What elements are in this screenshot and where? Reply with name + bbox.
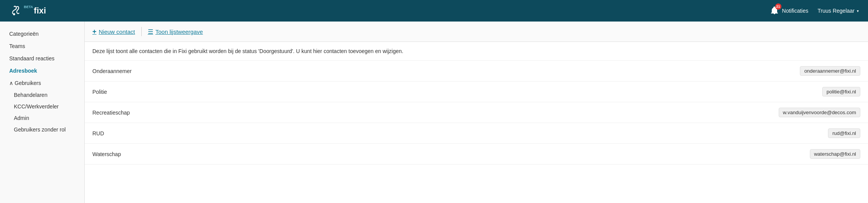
notification-icon-wrap: 21 bbox=[770, 6, 779, 16]
header-right: 21 Notificaties Truus Regelaar ▾ bbox=[770, 6, 859, 16]
new-contact-button[interactable]: + Nieuw contact bbox=[92, 28, 135, 36]
contact-name: Politie bbox=[92, 89, 107, 95]
main-layout: Categorieën Teams Standaard reacties Adr… bbox=[0, 22, 868, 203]
svg-point-0 bbox=[13, 13, 15, 15]
list-view-label: Toon lijstweergave bbox=[156, 28, 203, 35]
sidebar-item-behandelaren[interactable]: Behandelaren bbox=[0, 89, 84, 101]
contact-email-badge: onderaannemer@fixi.nl bbox=[800, 66, 860, 76]
description-text: Deze lijst toont alle contacten die in F… bbox=[85, 42, 868, 61]
contact-name: Waterschap bbox=[92, 151, 121, 157]
notifications-button[interactable]: 21 Notificaties bbox=[770, 6, 808, 16]
sidebar: Categorieën Teams Standaard reacties Adr… bbox=[0, 22, 85, 203]
sidebar-group-gebruikers-label: Gebruikers bbox=[15, 80, 41, 86]
toolbar: + Nieuw contact ☰ Toon lijstweergave bbox=[85, 22, 868, 42]
logo-text: fixi bbox=[34, 6, 46, 16]
contact-name: Onderaannemer bbox=[92, 68, 132, 74]
chevron-down-icon: ∧ bbox=[9, 80, 13, 86]
app-header: BETA fixi 21 Notificaties Truus Regelaar… bbox=[0, 0, 868, 22]
table-row[interactable]: Recreatieschap w.vanduijvenvoorde@decos.… bbox=[85, 102, 868, 123]
contact-name: RUD bbox=[92, 130, 104, 136]
beta-badge: BETA bbox=[24, 5, 33, 9]
plus-icon: + bbox=[92, 28, 97, 36]
chevron-down-icon: ▾ bbox=[857, 9, 859, 13]
contact-name: Recreatieschap bbox=[92, 110, 130, 116]
sidebar-item-adresboek[interactable]: Adresboek bbox=[0, 65, 84, 77]
user-menu[interactable]: Truus Regelaar ▾ bbox=[818, 8, 859, 14]
sidebar-item-teams[interactable]: Teams bbox=[0, 40, 84, 52]
list-view-button[interactable]: ☰ Toon lijstweergave bbox=[148, 28, 203, 35]
sidebar-item-categorieen[interactable]: Categorieën bbox=[0, 28, 84, 40]
sidebar-group-gebruikers[interactable]: ∧ Gebruikers bbox=[0, 77, 84, 89]
sidebar-item-gebruikers-zonder-rol[interactable]: Gebruikers zonder rol bbox=[0, 124, 84, 135]
content-area: + Nieuw contact ☰ Toon lijstweergave Dez… bbox=[85, 22, 868, 203]
toolbar-divider bbox=[141, 27, 142, 36]
contact-email-badge: waterschap@fixi.nl bbox=[810, 149, 860, 159]
user-name: Truus Regelaar bbox=[818, 8, 855, 14]
notifications-label: Notificaties bbox=[782, 8, 808, 14]
list-icon: ☰ bbox=[148, 28, 153, 35]
new-contact-label: Nieuw contact bbox=[99, 28, 135, 35]
table-row[interactable]: Waterschap waterschap@fixi.nl bbox=[85, 144, 868, 165]
sidebar-item-standaard-reacties[interactable]: Standaard reacties bbox=[0, 52, 84, 65]
logo-area: BETA fixi bbox=[9, 4, 46, 18]
contact-list: Onderaannemer onderaannemer@fixi.nl Poli… bbox=[85, 61, 868, 203]
contact-email-badge: w.vanduijvenvoorde@decos.com bbox=[779, 108, 860, 117]
logo-icon bbox=[9, 4, 23, 18]
table-row[interactable]: Politie politie@fixi.nl bbox=[85, 82, 868, 102]
sidebar-item-kcc-werkverdeler[interactable]: KCC/Werkverdeler bbox=[0, 101, 84, 112]
table-row[interactable]: Onderaannemer onderaannemer@fixi.nl bbox=[85, 61, 868, 82]
notification-badge: 21 bbox=[775, 3, 781, 10]
contact-email-badge: rud@fixi.nl bbox=[828, 128, 860, 138]
contact-email-badge: politie@fixi.nl bbox=[822, 87, 860, 97]
sidebar-item-admin[interactable]: Admin bbox=[0, 112, 84, 124]
table-row[interactable]: RUD rud@fixi.nl bbox=[85, 123, 868, 144]
